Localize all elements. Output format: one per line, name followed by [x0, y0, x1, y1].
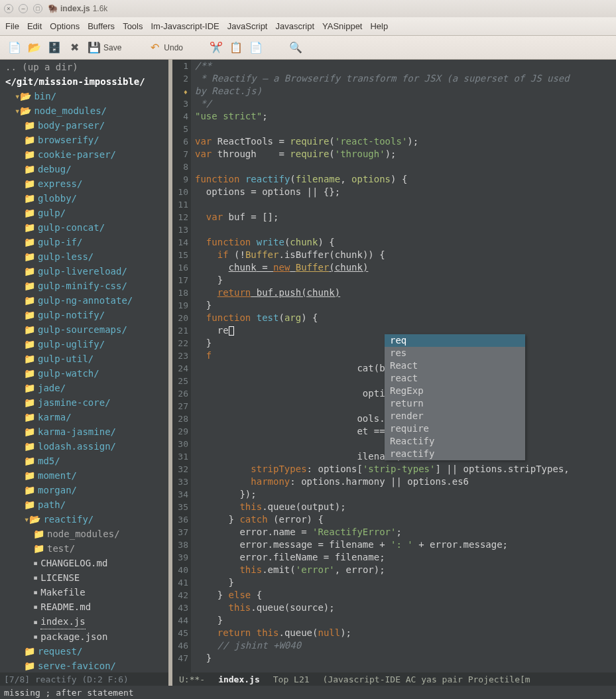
- dir-item[interactable]: 📁moment/: [0, 468, 168, 483]
- up-directory[interactable]: .. (up a dir): [0, 60, 168, 74]
- autocomplete-item[interactable]: req: [385, 334, 525, 347]
- close-button[interactable]: ✖: [68, 41, 81, 54]
- item-label: CHANGELOG.md: [40, 556, 107, 570]
- autocomplete-item[interactable]: render: [385, 410, 525, 422]
- cursor: [229, 326, 234, 336]
- item-label: karma-jasmine/: [38, 424, 116, 439]
- item-label: cookie-parser/: [38, 147, 116, 162]
- maximize-window-button[interactable]: □: [33, 4, 42, 13]
- autocomplete-item[interactable]: Reactify: [385, 435, 525, 448]
- item-label: package.json: [40, 629, 107, 644]
- dir-item[interactable]: 📁test/: [0, 541, 168, 556]
- dir-item[interactable]: 📁express/: [0, 176, 168, 191]
- menu-tools[interactable]: Tools: [123, 21, 143, 31]
- autocomplete-item[interactable]: reactify: [385, 448, 525, 460]
- dir-item[interactable]: 📁body-parser/: [0, 118, 168, 133]
- dir-item[interactable]: 📁gulp/: [0, 206, 168, 220]
- item-label: gulp-notify/: [38, 308, 105, 322]
- dir-item[interactable]: 📁karma/: [0, 410, 168, 424]
- folder-open-icon: ▾📂: [15, 89, 31, 103]
- folder-icon: 📁: [24, 454, 35, 468]
- minimize-window-button[interactable]: –: [19, 4, 28, 13]
- dir-item[interactable]: 📁gulp-concat/: [0, 220, 168, 235]
- item-label: test/: [47, 541, 75, 556]
- dir-item[interactable]: 📁request/: [0, 644, 168, 659]
- dir-item[interactable]: 📁node_modules/: [0, 527, 168, 541]
- undo-button[interactable]: ↶Undo: [148, 41, 183, 54]
- close-window-button[interactable]: ×: [4, 4, 13, 13]
- folder-icon: 📁: [24, 249, 35, 264]
- menu-help[interactable]: Help: [370, 21, 388, 31]
- dir-item[interactable]: ▾📂reactify/: [0, 512, 168, 527]
- dir-item[interactable]: 📁debug/: [0, 162, 168, 176]
- dir-item[interactable]: 📁lodash.assign/: [0, 439, 168, 454]
- dir-item[interactable]: 📁globby/: [0, 191, 168, 206]
- dir-item[interactable]: 📁gulp-notify/: [0, 308, 168, 322]
- file-item[interactable]: ▪CHANGELOG.md: [0, 556, 168, 570]
- editor[interactable]: 12⬧3456789101112131415161718192021222324…: [172, 60, 616, 672]
- dir-item[interactable]: 📁gulp-watch/: [0, 366, 168, 381]
- menu-buffers[interactable]: Buffers: [88, 21, 115, 31]
- file-icon: ▪: [33, 629, 38, 644]
- save-button[interactable]: 💾Save: [88, 41, 121, 54]
- copy-button[interactable]: 📋: [229, 41, 243, 54]
- file-item[interactable]: ▪package.json: [0, 629, 168, 644]
- autocomplete-item[interactable]: require: [385, 422, 525, 435]
- folder-icon: 📁: [24, 366, 35, 381]
- menu-file[interactable]: File: [5, 21, 19, 31]
- folder-open-icon: ▾📂: [24, 512, 40, 527]
- folder-icon: 📁: [24, 191, 35, 206]
- dir-item[interactable]: 📁gulp-if/: [0, 235, 168, 249]
- dir-item[interactable]: ▾📂bin/: [0, 89, 168, 103]
- dir-item[interactable]: 📁gulp-sourcemaps/: [0, 322, 168, 337]
- dir-item[interactable]: 📁karma-jasmine/: [0, 424, 168, 439]
- item-label: body-parser/: [38, 118, 105, 133]
- menu-im-javascript-ide[interactable]: Im-Javascript-IDE: [151, 21, 219, 31]
- dir-item[interactable]: 📁md5/: [0, 454, 168, 468]
- dir-item[interactable]: 📁path/: [0, 497, 168, 512]
- dir-item[interactable]: 📁cookie-parser/: [0, 147, 168, 162]
- dir-item[interactable]: 📁gulp-minify-css/: [0, 279, 168, 293]
- file-item[interactable]: ▪LICENSE: [0, 570, 168, 585]
- new-file-button[interactable]: 📄: [8, 41, 21, 54]
- menu-javascript[interactable]: Javascript: [275, 21, 314, 31]
- file-item[interactable]: ▪Makefile: [0, 585, 168, 600]
- menu-options[interactable]: Options: [50, 21, 80, 31]
- autocomplete-item[interactable]: react: [385, 372, 525, 385]
- autocomplete-item[interactable]: return: [385, 397, 525, 410]
- dir-item[interactable]: ▾📂node_modules/: [0, 103, 168, 118]
- search-button[interactable]: 🔍: [289, 41, 302, 54]
- autocomplete-item[interactable]: RegExp: [385, 385, 525, 397]
- dir-item[interactable]: 📁morgan/: [0, 483, 168, 497]
- paste-button[interactable]: 📄: [249, 41, 263, 54]
- dir-item[interactable]: 📁gulp-uglify/: [0, 337, 168, 351]
- folder-icon: 📁: [24, 497, 35, 512]
- menu-javascript[interactable]: JavaScript: [227, 21, 268, 31]
- dired-sidebar[interactable]: .. (up a dir) </git/mission-impossible/ …: [0, 60, 168, 672]
- cut-button[interactable]: ✂️: [210, 41, 223, 54]
- autocomplete-item[interactable]: res: [385, 347, 525, 359]
- save-all-button[interactable]: 🗄️: [48, 41, 61, 54]
- item-label: moment/: [38, 468, 77, 483]
- dir-item[interactable]: 📁gulp-livereload/: [0, 264, 168, 279]
- folder-icon: 📁: [24, 644, 35, 659]
- dir-item[interactable]: 📁serve-favicon/: [0, 659, 168, 672]
- file-item[interactable]: ▪index.js: [0, 614, 168, 629]
- dir-item[interactable]: 📁gulp-less/: [0, 249, 168, 264]
- dir-item[interactable]: 📁gulp-util/: [0, 351, 168, 366]
- menu-edit[interactable]: Edit: [27, 21, 42, 31]
- dir-item[interactable]: 📁gulp-ng-annotate/: [0, 293, 168, 308]
- menu-yasnippet[interactable]: YASnippet: [322, 21, 362, 31]
- file-icon: ▪: [33, 570, 38, 585]
- file-item[interactable]: ▪README.md: [0, 600, 168, 614]
- dir-item[interactable]: 📁jade/: [0, 381, 168, 395]
- autocomplete-item[interactable]: React: [385, 359, 525, 372]
- item-label: browserify/: [38, 133, 99, 147]
- minibuffer: missing ; after statement: [0, 686, 616, 699]
- statusbar: [7/8] reactify (D:2 F:6) U:**- index.js …: [0, 672, 616, 686]
- autocomplete-popup[interactable]: reqresReactreactRegExpreturnrenderrequir…: [385, 334, 525, 460]
- dir-item[interactable]: 📁browserify/: [0, 133, 168, 147]
- copy-icon: 📋: [229, 41, 243, 54]
- dir-item[interactable]: 📁jasmine-core/: [0, 395, 168, 410]
- open-file-button[interactable]: 📂: [28, 41, 41, 54]
